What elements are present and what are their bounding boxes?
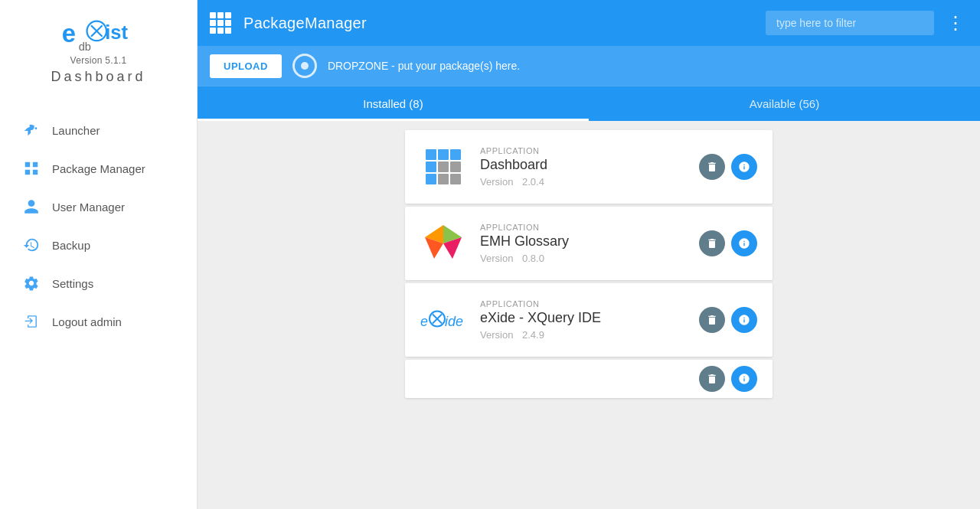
logo-area: e ist db Version 5.1.1 Dashboard bbox=[51, 15, 145, 97]
app-grid-icon bbox=[210, 12, 231, 34]
more-vert-icon[interactable]: ⋮ bbox=[943, 9, 968, 37]
dashboard-info: APPLICATION Dashboard Version 2.0.4 bbox=[480, 146, 685, 188]
person-icon bbox=[21, 197, 41, 217]
dropzone-text: DROPZONE - put your package(s) here. bbox=[328, 60, 520, 72]
package-card-emh-glossary: APPLICATION EMH Glossary Version 0.8.0 bbox=[405, 207, 773, 280]
sidebar-item-backup[interactable]: Backup bbox=[0, 226, 197, 264]
tabs: Installed (8) Available (56) bbox=[198, 86, 980, 121]
header: PackageManager ⋮ bbox=[198, 0, 980, 46]
gear-icon bbox=[21, 273, 41, 293]
settings-label: Settings bbox=[52, 277, 93, 290]
exide-type: APPLICATION bbox=[480, 299, 685, 308]
pkg4-actions bbox=[699, 366, 757, 392]
pkg4-delete-button[interactable] bbox=[699, 366, 725, 392]
package-manager-label: Package Manager bbox=[52, 162, 145, 175]
package-list: APPLICATION Dashboard Version 2.0.4 bbox=[198, 121, 980, 509]
main-content: PackageManager ⋮ UPLOAD DROPZONE - put y… bbox=[198, 0, 980, 509]
launcher-label: Launcher bbox=[52, 124, 100, 137]
upload-circle-icon bbox=[292, 54, 317, 78]
dashboard-logo bbox=[420, 144, 466, 190]
sidebar-item-settings[interactable]: Settings bbox=[0, 264, 197, 302]
sidebar-item-package-manager[interactable]: Package Manager bbox=[0, 149, 197, 188]
sidebar-item-user-manager[interactable]: User Manager bbox=[0, 188, 197, 226]
tab-installed[interactable]: Installed (8) bbox=[198, 86, 589, 121]
package-card-dashboard: APPLICATION Dashboard Version 2.0.4 bbox=[405, 130, 773, 204]
emh-type: APPLICATION bbox=[480, 223, 685, 232]
svg-text:e: e bbox=[420, 313, 428, 328]
header-title: PackageManager bbox=[243, 15, 756, 32]
emh-logo bbox=[420, 220, 466, 266]
version-text: Version 5.1.1 bbox=[70, 55, 127, 66]
emh-name: EMH Glossary bbox=[480, 233, 685, 250]
emh-delete-button[interactable] bbox=[699, 230, 725, 256]
existdb-logo: e ist db bbox=[60, 15, 137, 54]
sidebar-item-logout[interactable]: Logout admin bbox=[0, 302, 197, 341]
history-icon bbox=[21, 235, 41, 255]
exide-actions bbox=[699, 307, 757, 333]
exide-delete-button[interactable] bbox=[699, 307, 725, 333]
emh-info: APPLICATION EMH Glossary Version 0.8.0 bbox=[480, 223, 685, 264]
exit-icon bbox=[21, 312, 41, 331]
exide-info-button[interactable] bbox=[731, 307, 757, 333]
user-manager-label: User Manager bbox=[52, 201, 125, 214]
dashboard-info-button[interactable] bbox=[731, 154, 757, 180]
logout-label: Logout admin bbox=[52, 315, 122, 328]
dashboard-subtitle: Dashboard bbox=[51, 69, 145, 85]
grid-icon bbox=[21, 158, 41, 178]
exide-name: eXide - XQuery IDE bbox=[480, 310, 685, 326]
svg-text:db: db bbox=[78, 41, 90, 53]
tab-available[interactable]: Available (56) bbox=[589, 86, 980, 121]
emh-info-button[interactable] bbox=[731, 230, 757, 256]
svg-text:e: e bbox=[61, 19, 75, 47]
dashboard-type: APPLICATION bbox=[480, 146, 685, 155]
package-card-4 bbox=[405, 360, 773, 398]
rocket-icon bbox=[21, 120, 41, 140]
dashboard-delete-button[interactable] bbox=[699, 154, 725, 180]
dashboard-version: Version 2.0.4 bbox=[480, 176, 685, 188]
exide-info: APPLICATION eXide - XQuery IDE Version 2… bbox=[480, 299, 685, 341]
sidebar: e ist db Version 5.1.1 Dashboard Launche… bbox=[0, 0, 198, 509]
emh-version: Version 0.8.0 bbox=[480, 253, 685, 264]
sidebar-item-launcher[interactable]: Launcher bbox=[0, 111, 197, 149]
dashboard-name: Dashboard bbox=[480, 157, 685, 173]
exide-version: Version 2.4.9 bbox=[480, 329, 685, 341]
filter-input[interactable] bbox=[766, 11, 934, 35]
emh-actions bbox=[699, 230, 757, 256]
backup-label: Backup bbox=[52, 239, 90, 252]
svg-text:ist: ist bbox=[105, 21, 128, 43]
package-card-exide: e ide APPLICATION eXide - XQuery IDE Ver… bbox=[405, 283, 773, 357]
dashboard-actions bbox=[699, 154, 757, 180]
pkg4-logo bbox=[420, 360, 466, 398]
pkg4-info-button[interactable] bbox=[731, 366, 757, 392]
upload-bar: UPLOAD DROPZONE - put your package(s) he… bbox=[198, 46, 980, 86]
svg-text:ide: ide bbox=[445, 313, 463, 328]
upload-button[interactable]: UPLOAD bbox=[210, 54, 282, 78]
exide-logo: e ide bbox=[420, 297, 466, 343]
